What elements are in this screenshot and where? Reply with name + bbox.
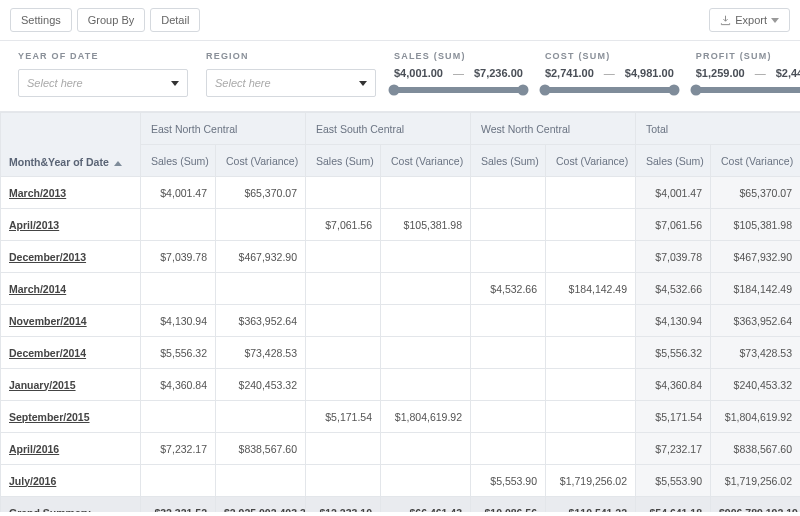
cell <box>381 177 471 209</box>
cell <box>306 369 381 401</box>
cost-range-max: $4,981.00 <box>625 67 674 79</box>
row-label[interactable]: July/2016 <box>1 465 141 497</box>
row-label[interactable]: April/2013 <box>1 209 141 241</box>
cell: $54,641.18 <box>636 497 711 513</box>
pivot-table: Month&Year of Date East North Central Ea… <box>0 112 800 512</box>
col-group-header[interactable]: East South Central <box>306 113 471 145</box>
profit-range-max: $2,444.00 <box>776 67 800 79</box>
row-label[interactable]: March/2013 <box>1 177 141 209</box>
range-dash: — <box>604 67 615 79</box>
chevron-down-icon <box>771 18 779 23</box>
cell <box>306 465 381 497</box>
cell: $73,428.53 <box>216 337 306 369</box>
col-sub-header[interactable]: Sales (Sum) <box>306 145 381 177</box>
slider-handle-min[interactable] <box>539 85 550 96</box>
export-button[interactable]: Export <box>709 8 790 32</box>
cell: $12,233.10 <box>306 497 381 513</box>
cell: $7,232.17 <box>636 433 711 465</box>
row-label[interactable]: April/2016 <box>1 433 141 465</box>
cost-slider-label: COST (SUM) <box>545 51 674 61</box>
row-label[interactable]: December/2013 <box>1 241 141 273</box>
range-dash: — <box>755 67 766 79</box>
year-select[interactable]: Select here <box>18 69 188 97</box>
col-group-header[interactable]: Total <box>636 113 800 145</box>
cell <box>381 305 471 337</box>
cell <box>546 337 636 369</box>
filter-bar: YEAR OF DATE Select here REGION Select h… <box>0 41 800 112</box>
cell: $1,719,256.02 <box>711 465 800 497</box>
cost-slider[interactable] <box>545 87 674 93</box>
settings-button[interactable]: Settings <box>10 8 72 32</box>
slider-handle-max[interactable] <box>668 85 679 96</box>
col-sub-header[interactable]: Sales (Sum) <box>636 145 711 177</box>
cell: $65,370.07 <box>216 177 306 209</box>
cell: $4,001.47 <box>636 177 711 209</box>
range-dash: — <box>453 67 464 79</box>
col-group-header[interactable]: East North Central <box>141 113 306 145</box>
cell: $110,541.22 <box>546 497 636 513</box>
col-sub-header[interactable]: Cost (Variance) <box>216 145 306 177</box>
cell <box>141 465 216 497</box>
col-sub-header[interactable]: Sales (Sum) <box>141 145 216 177</box>
cell <box>471 241 546 273</box>
cell <box>546 305 636 337</box>
cell: $73,428.53 <box>711 337 800 369</box>
slider-handle-min[interactable] <box>690 85 701 96</box>
profit-slider[interactable] <box>696 87 800 93</box>
top-toolbar: Settings Group By Detail Export <box>0 0 800 41</box>
cell <box>141 401 216 433</box>
slider-handle-max[interactable] <box>517 85 528 96</box>
cell <box>306 337 381 369</box>
cell <box>381 465 471 497</box>
cell <box>381 433 471 465</box>
cell <box>381 241 471 273</box>
col-sub-header[interactable]: Sales (Sum) <box>471 145 546 177</box>
year-select-placeholder: Select here <box>27 77 83 89</box>
cell: $4,360.84 <box>141 369 216 401</box>
group-by-button[interactable]: Group By <box>77 8 145 32</box>
row-label[interactable]: November/2014 <box>1 305 141 337</box>
col-sub-header[interactable]: Cost (Variance) <box>546 145 636 177</box>
sales-range-max: $7,236.00 <box>474 67 523 79</box>
sales-slider[interactable] <box>394 87 523 93</box>
row-label[interactable]: December/2014 <box>1 337 141 369</box>
cell: $7,061.56 <box>306 209 381 241</box>
grand-summary-label: Grand Summary <box>1 497 141 513</box>
cell <box>471 305 546 337</box>
detail-button[interactable]: Detail <box>150 8 200 32</box>
cell <box>471 433 546 465</box>
region-select[interactable]: Select here <box>206 69 376 97</box>
cell: $7,039.78 <box>141 241 216 273</box>
sort-asc-icon <box>114 161 122 166</box>
cell <box>306 433 381 465</box>
cell: $7,039.78 <box>636 241 711 273</box>
row-label[interactable]: January/2015 <box>1 369 141 401</box>
col-group-header[interactable]: West North Central <box>471 113 636 145</box>
cell <box>306 273 381 305</box>
cell <box>216 465 306 497</box>
row-label[interactable]: March/2014 <box>1 273 141 305</box>
cell: $838,567.60 <box>216 433 306 465</box>
row-dimension-header[interactable]: Month&Year of Date <box>1 113 141 177</box>
cell <box>306 305 381 337</box>
download-icon <box>720 15 731 26</box>
region-select-placeholder: Select here <box>215 77 271 89</box>
pivot-table-wrap[interactable]: Month&Year of Date East North Central Ea… <box>0 112 800 512</box>
cell <box>306 241 381 273</box>
profit-slider-label: PROFIT (SUM) <box>696 51 800 61</box>
cell <box>381 337 471 369</box>
slider-handle-min[interactable] <box>389 85 400 96</box>
col-sub-header[interactable]: Cost (Variance) <box>381 145 471 177</box>
cell <box>471 177 546 209</box>
region-filter-label: REGION <box>206 51 376 61</box>
cell: $4,130.94 <box>636 305 711 337</box>
row-dimension-label: Month&Year of Date <box>9 156 109 168</box>
row-label[interactable]: September/2015 <box>1 401 141 433</box>
cell: $363,952.64 <box>216 305 306 337</box>
sales-slider-label: SALES (SUM) <box>394 51 523 61</box>
cell <box>546 241 636 273</box>
cell: $467,932.90 <box>711 241 800 273</box>
cell: $838,567.60 <box>711 433 800 465</box>
col-sub-header[interactable]: Cost (Variance) <box>711 145 800 177</box>
chevron-down-icon <box>171 81 179 86</box>
